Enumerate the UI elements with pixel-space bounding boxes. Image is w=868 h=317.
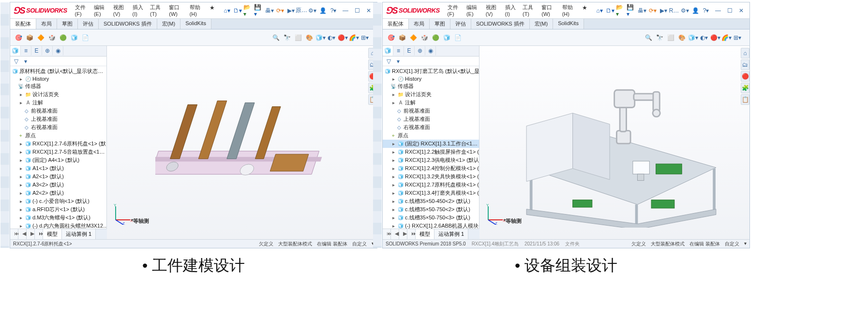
view-settings-icon[interactable]: ⊞▾ [732,32,743,43]
tab-evaluate[interactable]: 评估 [78,19,99,29]
view-icon[interactable]: 🎨 [676,32,687,43]
help-icon[interactable]: ?▾ [701,6,711,15]
view-icon[interactable]: 🔭 [282,32,292,43]
menu-window[interactable]: 窗口(W) [540,3,558,18]
fm-display-tab-icon[interactable]: ◉ [53,46,63,56]
view-icon[interactable]: ⬜ [293,32,303,43]
view-icon[interactable]: 🔍 [270,32,281,43]
tab-model[interactable]: 模型 [43,229,62,239]
tab-nav-first-icon[interactable]: ⏮ [10,229,18,239]
filter-arrow-icon[interactable]: ▾ [394,58,402,65]
scene-icon[interactable]: 🌈▾ [348,32,359,43]
menu-pin-icon[interactable]: ★ [581,3,589,13]
tab-sketch[interactable]: 草图 [57,19,78,29]
taskpane-tab-icon[interactable]: 🔴 [741,71,749,82]
view-settings-icon[interactable]: ⊞▾ [359,32,370,43]
user-icon[interactable]: 👤 [318,6,328,15]
graphics-view[interactable]: Y X Z *等轴测 ⌂ 🗂 🔴 🧩 📋 [107,46,377,239]
tab-layout[interactable]: 布局 [36,19,57,29]
view-orientation-icon[interactable]: 🧊▾ [688,32,698,43]
tool-icon[interactable]: 🎯 [386,32,396,43]
tab-nav-prev-icon[interactable]: ◀ [391,229,399,239]
close-icon[interactable]: ✕ [363,6,374,15]
filter-icon[interactable]: ▽ [12,58,20,65]
new-icon[interactable]: 🗋▾ [605,6,615,15]
menu-help[interactable]: 帮助(H) [189,3,205,18]
menu-file[interactable]: 文件(F) [447,3,463,18]
view-icon[interactable]: ⬜ [665,32,676,43]
search-box[interactable]: R… [669,6,679,15]
search-box[interactable]: 原… [297,6,306,15]
menu-insert[interactable]: 插入(I) [132,3,146,18]
menu-help[interactable]: 帮助(H) [561,3,578,18]
tab-solidkits[interactable]: SolidKits [180,19,211,29]
tab-motion[interactable]: 运动算例 1 [434,229,468,239]
feature-tree[interactable]: 🧊RXCX[1].3打磨工艺岛 (默认<默认_显… ▸🕘History 📡传感器… [383,66,479,239]
menu-view[interactable]: 视图(V) [485,3,501,18]
tab-addins[interactable]: SOLIDWORKS 插件 [99,19,157,29]
filter-icon[interactable]: ▽ [385,58,392,65]
tab-nav-last-icon[interactable]: ⏭ [407,229,416,239]
maximize-icon[interactable]: ☐ [352,6,362,15]
options-icon[interactable]: ⚙▾ [307,6,317,15]
print-icon[interactable]: 🖶▾ [637,6,647,15]
fm-config-tab-icon[interactable]: E [31,46,42,56]
view-icon[interactable]: 🔭 [654,32,665,43]
fm-tree-tab-icon[interactable]: 🧊 [383,46,393,56]
tool-icon[interactable]: 🔶 [35,32,46,43]
view-icon[interactable]: 🎨 [304,32,314,43]
tool-icon[interactable]: 🧊 [441,32,452,43]
tool-icon[interactable]: 🎲 [46,32,57,43]
menu-pin-icon[interactable]: ★ [208,3,216,13]
view-orientation-icon[interactable]: 🧊▾ [315,32,326,43]
tab-assembly[interactable]: 装配体 [10,19,36,29]
select-icon[interactable]: ▶▾ [286,6,296,15]
tab-nav-next-icon[interactable]: ▶ [399,229,407,239]
tool-icon[interactable]: 🧊 [69,32,79,43]
home-icon[interactable]: ⌂▾ [222,6,232,15]
taskpane-tab-icon[interactable]: 🧩 [741,83,749,93]
tool-icon[interactable]: 📦 [397,32,407,43]
appearance-icon[interactable]: 🔴▾ [710,32,720,43]
select-icon[interactable]: ▶▾ [658,6,668,15]
menu-edit[interactable]: 编辑(E) [93,3,109,18]
fm-property-tab-icon[interactable]: ≡ [21,46,31,56]
menu-window[interactable]: 窗口(W) [168,3,185,18]
minimize-icon[interactable]: — [713,6,723,15]
new-icon[interactable]: 🗋▾ [233,6,242,15]
tab-macro[interactable]: 宏(M) [157,19,181,29]
tab-macro[interactable]: 宏(M) [530,19,554,29]
minimize-icon[interactable]: — [340,6,351,15]
menu-insert[interactable]: 插入(I) [504,3,519,18]
tool-icon[interactable]: 🎲 [419,32,430,43]
print-icon[interactable]: 🖶▾ [265,6,274,15]
home-icon[interactable]: ⌂▾ [595,6,604,15]
user-icon[interactable]: 👤 [690,6,700,15]
fm-dim-tab-icon[interactable]: ⊕ [42,46,53,56]
status-arrow-icon[interactable]: ▾ [744,241,747,247]
feature-tree[interactable]: 🧊原材料托盘 (默认<默认_显示状态… ▸🕘History 📡传感器 ▸📁设计活… [10,66,106,239]
view-icon[interactable]: 🔍 [643,32,654,43]
open-icon[interactable]: 📂▾ [616,6,626,15]
tab-assembly[interactable]: 装配体 [383,19,409,29]
filter-arrow-icon[interactable]: ▾ [22,58,30,65]
rebuild-icon[interactable]: ⟳▾ [648,6,658,15]
tab-motion[interactable]: 运动算例 1 [62,229,96,239]
tool-icon[interactable]: 🔶 [408,32,419,43]
fm-tree-tab-icon[interactable]: 🧊 [10,46,21,56]
rebuild-icon[interactable]: ⟳▾ [275,6,285,15]
display-style-icon[interactable]: ◐▾ [326,32,337,43]
scene-icon[interactable]: 🌈▾ [721,32,732,43]
tab-evaluate[interactable]: 评估 [450,19,471,29]
tab-nav-next-icon[interactable]: ▶ [27,229,35,239]
tab-nav-last-icon[interactable]: ⏭ [35,229,43,239]
menu-tools[interactable]: 工具(T) [149,3,165,18]
tool-icon[interactable]: 📄 [80,32,90,43]
tool-icon[interactable]: 🎯 [13,32,24,43]
display-style-icon[interactable]: ◐▾ [699,32,709,43]
menu-file[interactable]: 文件(F) [74,3,90,18]
tool-icon[interactable]: 🟢 [430,32,441,43]
tool-icon[interactable]: 📦 [24,32,35,43]
taskpane-tab-icon[interactable]: ⌂ [741,48,749,58]
tab-sketch[interactable]: 草图 [430,19,450,29]
